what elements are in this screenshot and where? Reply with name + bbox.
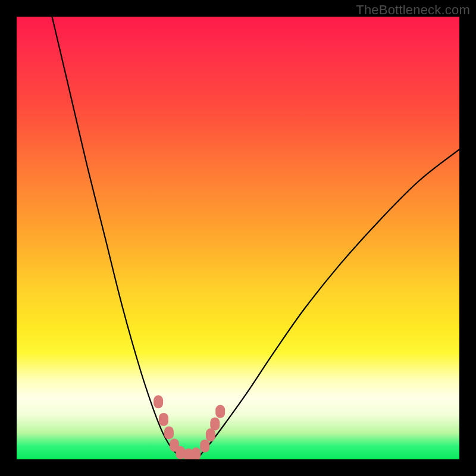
trough-marker — [206, 428, 215, 441]
trough-marker — [164, 426, 174, 439]
trough-marker — [200, 440, 209, 453]
marker-group — [154, 395, 225, 459]
trough-marker — [191, 447, 201, 459]
trough-marker — [159, 413, 168, 426]
trough-marker — [215, 405, 225, 418]
plot-area — [17, 17, 459, 459]
trough-markers — [17, 17, 459, 459]
trough-marker — [210, 418, 220, 431]
watermark-label: TheBottleneck.com — [356, 2, 470, 18]
chart-frame: TheBottleneck.com — [0, 0, 476, 476]
trough-marker — [154, 395, 163, 408]
